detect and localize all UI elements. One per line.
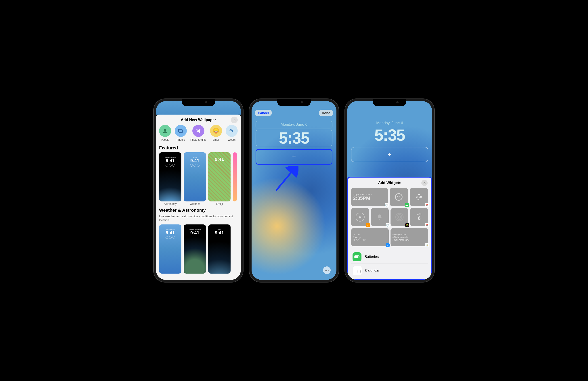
- featured-heading: Featured: [159, 145, 238, 151]
- calendar-date-widget[interactable]: MON 6 📅: [410, 208, 428, 226]
- app-batteries[interactable]: Batteries: [351, 250, 428, 263]
- thumb-time: 9:41: [190, 230, 199, 235]
- svg-point-8: [398, 216, 400, 218]
- shuffle-icon: [192, 125, 204, 137]
- thumb-time: 9:41: [166, 158, 175, 163]
- weather-astronomy-heading: Weather & Astronomy: [159, 208, 238, 213]
- screen-3: Monday, June 6 5:35 + Add Widgets ✕ Cupe…: [347, 101, 432, 280]
- category-label: Emoji: [213, 138, 219, 141]
- weather-astronomy-subtitle: Live weather and astronomical conditions…: [159, 215, 238, 222]
- category-people[interactable]: People: [159, 125, 171, 141]
- add-widget-box[interactable]: +: [351, 147, 428, 162]
- day-number: 6: [418, 215, 420, 221]
- plus-icon: +: [388, 151, 391, 158]
- lock-screen-time: 5:35: [279, 130, 309, 146]
- weather-widget[interactable]: ☁ 77° Cloudy H:77° L:60° ☀: [351, 228, 389, 246]
- calendar-icon: 📅: [425, 203, 429, 207]
- wallpaper-thumb-weather[interactable]: Mon 6 9:41: [184, 152, 206, 201]
- category-emoji[interactable]: 😀 Emoji: [210, 125, 222, 141]
- fitness-icon: [405, 223, 409, 227]
- thumb-time: 9:41: [166, 230, 175, 235]
- category-photos[interactable]: Photos: [175, 125, 187, 141]
- category-label: Photos: [176, 138, 185, 141]
- clock-icon: 🕐: [386, 223, 390, 227]
- add-wallpaper-sheet: Add New Wallpaper ✕ People Photos: [156, 115, 241, 280]
- notch: [182, 99, 215, 106]
- category-row: People Photos Photo Shuffle 😀 Emoji: [159, 125, 238, 141]
- phone-frame-3: Monday, June 6 5:35 + Add Widgets ✕ Cupe…: [345, 99, 434, 282]
- event-ampm: PM: [417, 199, 420, 201]
- bell-icon: [377, 214, 383, 220]
- fitness-rings-widget[interactable]: [391, 208, 408, 226]
- rings-icon: [395, 213, 404, 221]
- home-lock-widget[interactable]: ⌂: [351, 208, 369, 226]
- clock-icon: 🕐: [385, 203, 389, 207]
- wallpaper-thumb-astronomy[interactable]: Tuesday, January 9 9:41: [159, 152, 181, 201]
- app-calendar[interactable]: — ⋮⋮⋮ Calendar: [351, 263, 428, 278]
- svg-point-3: [230, 130, 232, 131]
- wallpaper-thumb-emoji[interactable]: 9:41: [208, 152, 231, 201]
- thumb-label: Weather: [184, 202, 206, 205]
- person-icon: [159, 125, 171, 137]
- day-of-week: MON: [417, 213, 421, 215]
- weather-condition: Cloudy: [353, 236, 387, 239]
- thumb-time: 9:41: [215, 230, 224, 235]
- screen-2: Cancel Done Monday, June 6 5:35 + •••: [252, 101, 336, 280]
- lock-screen-time: 5:35: [347, 127, 432, 143]
- thumb-time: 9:41: [190, 158, 199, 163]
- calendar-icon: 📅: [425, 223, 429, 227]
- category-photo-shuffle[interactable]: Photo Shuffle: [190, 125, 207, 141]
- done-button[interactable]: Done: [319, 110, 334, 116]
- thumb-time: 9:41: [215, 157, 224, 162]
- airpods-battery-widget[interactable]: ▬: [390, 188, 408, 206]
- phone-frame-2: Cancel Done Monday, June 6 5:35 + •••: [249, 99, 339, 282]
- wallpaper-thumb[interactable]: Mon 6 9:14PM 9:41: [159, 224, 181, 274]
- lock-screen-date: Monday, June 6: [281, 122, 307, 127]
- thumb-widgets: [166, 164, 175, 167]
- calendar-event-widget[interactable]: ▬ 2:00 PM 📅: [410, 188, 428, 206]
- time-edit-box[interactable]: 5:35: [255, 130, 333, 146]
- reminder-item: ○ Write nomad e…: [392, 236, 426, 239]
- alarm-widget[interactable]: 🕐: [371, 208, 389, 226]
- sheet-title: Add Widgets: [378, 181, 401, 185]
- reminder-item: ○ Call American…: [392, 239, 426, 241]
- date-edit-box[interactable]: Monday, June 6: [255, 121, 333, 128]
- weather-astronomy-row: Mon 6 9:14PM 9:41 Tuesday, January 9 9:4…: [159, 224, 238, 274]
- thumb-widgets: [166, 236, 175, 239]
- wallpaper-thumb-more[interactable]: [233, 152, 237, 201]
- phone-frame-1: Add New Wallpaper ✕ People Photos: [154, 99, 243, 282]
- reminders-widget[interactable]: ○ Recycle bin ○ Write nomad e… ○ Call Am…: [391, 228, 428, 246]
- category-label: Photo Shuffle: [190, 138, 207, 141]
- more-button[interactable]: •••: [323, 266, 331, 274]
- weather-icon: ☀: [386, 243, 390, 247]
- sheet-header: Add Widgets ✕: [351, 181, 428, 185]
- cancel-button[interactable]: Cancel: [255, 110, 272, 116]
- edit-buttons: Cancel Done: [252, 110, 336, 116]
- plus-icon: +: [292, 153, 296, 160]
- weather-hilo: H:77° L:60°: [353, 239, 387, 241]
- category-weather[interactable]: Weath: [226, 125, 238, 141]
- clock-city-widget[interactable]: Cupertino -3HRS 2:35PM 🕐: [351, 188, 388, 206]
- thumb-label: Astronomy: [159, 202, 181, 205]
- add-widget-box[interactable]: +: [255, 149, 333, 165]
- emoji-icon: 😀: [210, 125, 222, 137]
- app-label: Calendar: [365, 269, 379, 273]
- add-widgets-sheet: Add Widgets ✕ Cupertino -3HRS 2:35PM 🕐 ▬…: [347, 177, 432, 280]
- battery-icon: [353, 252, 361, 261]
- svg-rect-13: [359, 256, 359, 258]
- wallpaper-thumb[interactable]: Tuesday, January 9 9:41: [184, 224, 206, 274]
- featured-row: Tuesday, January 9 9:41 Astronomy Mon 6 …: [159, 152, 238, 205]
- close-button[interactable]: ✕: [421, 180, 428, 186]
- category-label: Weath: [228, 138, 235, 141]
- calendar-icon: — ⋮⋮⋮: [353, 266, 362, 275]
- battery-icon: ▬: [405, 203, 409, 207]
- notch: [373, 99, 406, 106]
- widget-time: 2:35PM: [353, 196, 386, 201]
- close-button[interactable]: ✕: [231, 117, 238, 123]
- svg-point-0: [164, 129, 166, 131]
- sheet-header: Add New Wallpaper ✕: [159, 118, 238, 122]
- notch: [277, 99, 311, 106]
- cloud-icon: ☁: [353, 233, 356, 236]
- home-icon: ⌂: [366, 223, 370, 227]
- wallpaper-thumb[interactable]: Mon 6 9:41: [208, 224, 231, 274]
